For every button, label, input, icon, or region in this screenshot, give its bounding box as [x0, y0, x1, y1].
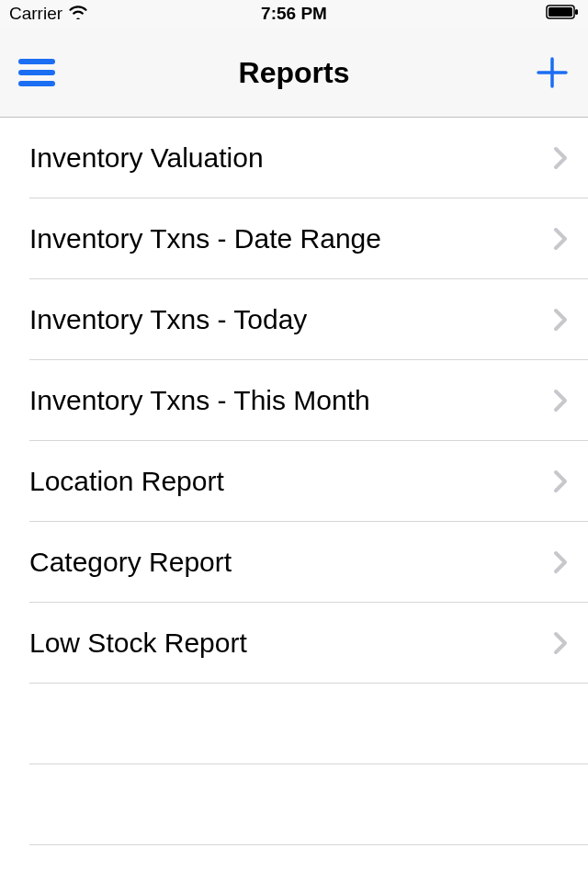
list-item-empty — [0, 684, 588, 764]
hamburger-icon — [18, 70, 55, 75]
wifi-icon — [68, 4, 88, 24]
chevron-right-icon — [553, 550, 568, 574]
menu-button[interactable] — [18, 59, 55, 86]
nav-bar: Reports — [0, 28, 588, 118]
list-item[interactable]: Inventory Valuation — [0, 118, 588, 198]
reports-list: Inventory Valuation Inventory Txns - Dat… — [0, 118, 588, 845]
list-item-label: Low Stock Report — [29, 628, 247, 659]
list-item[interactable]: Inventory Txns - Date Range — [0, 198, 588, 279]
status-right — [546, 4, 579, 24]
svg-rect-2 — [575, 9, 578, 15]
plus-icon — [535, 55, 570, 90]
list-item-label: Inventory Valuation — [29, 142, 264, 174]
status-left: Carrier — [9, 4, 88, 24]
list-item-label: Category Report — [29, 547, 232, 578]
list-item-empty — [0, 764, 588, 845]
chevron-right-icon — [553, 146, 568, 170]
hamburger-icon — [18, 81, 55, 86]
chevron-right-icon — [553, 469, 568, 493]
list-item[interactable]: Low Stock Report — [0, 603, 588, 684]
status-bar: Carrier 7:56 PM — [0, 0, 588, 28]
page-title: Reports — [239, 55, 350, 89]
svg-rect-1 — [548, 7, 572, 17]
chevron-right-icon — [553, 631, 568, 655]
carrier-label: Carrier — [9, 4, 62, 24]
chevron-right-icon — [553, 308, 568, 332]
list-item-label: Location Report — [29, 466, 224, 497]
list-item[interactable]: Location Report — [0, 441, 588, 522]
list-item[interactable]: Inventory Txns - Today — [0, 279, 588, 360]
list-item-label: Inventory Txns - Date Range — [29, 223, 381, 254]
hamburger-icon — [18, 59, 55, 64]
add-button[interactable] — [535, 55, 570, 90]
battery-icon — [546, 4, 579, 24]
list-item[interactable]: Inventory Txns - This Month — [0, 360, 588, 441]
status-time: 7:56 PM — [261, 4, 327, 24]
chevron-right-icon — [553, 389, 568, 413]
list-item-label: Inventory Txns - Today — [29, 304, 307, 335]
chevron-right-icon — [553, 227, 568, 251]
list-item-label: Inventory Txns - This Month — [29, 385, 370, 416]
list-item[interactable]: Category Report — [0, 522, 588, 603]
